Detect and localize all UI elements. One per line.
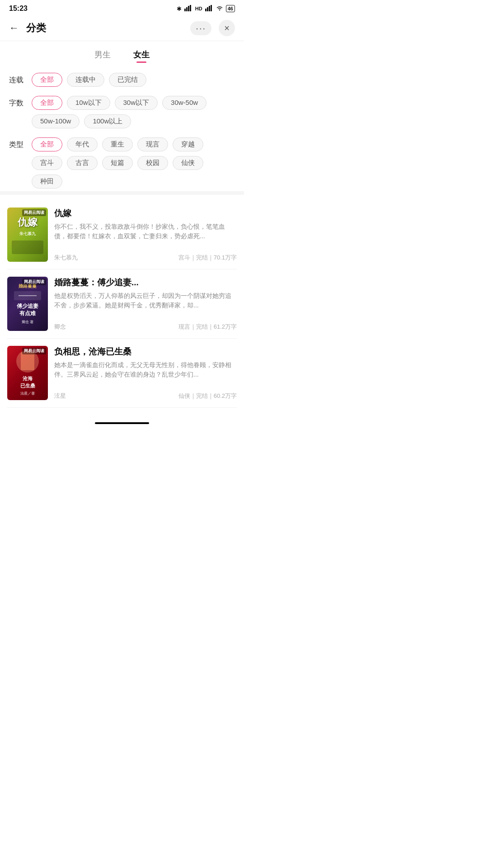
type-xiaoyuan[interactable]: 校园	[137, 156, 168, 170]
book-info: 婚路蔓蔓：傅少追妻... 他是权势滔天，万人仰慕的风云巨子，却因为一个阴谋对她穷…	[54, 277, 237, 331]
page-title: 分类	[26, 21, 190, 35]
type-zhongtian[interactable]: 种田	[32, 175, 62, 189]
svg-rect-0	[184, 9, 186, 11]
gender-tabs: 男生 女生	[0, 41, 244, 66]
svg-rect-3	[190, 5, 191, 11]
type-xiandai[interactable]: 现言	[137, 137, 168, 151]
back-button[interactable]: ←	[9, 22, 19, 34]
status-bar: 15:23 ✱ HD 46	[0, 0, 244, 15]
wordcount-under10w[interactable]: 10w以下	[67, 96, 110, 110]
cover-badge: 网易云阅读	[22, 348, 46, 354]
book-tags: 仙侠｜完结｜60.2万字	[178, 392, 237, 400]
book-author: 卿念	[54, 323, 66, 331]
wordcount-50w100w[interactable]: 50w-100w	[32, 114, 80, 128]
serial-label: 连载	[9, 75, 25, 85]
book-title: 仇嫁	[54, 208, 237, 219]
cover-badge: 网易云阅读	[22, 278, 46, 285]
type-all[interactable]: 全部	[32, 137, 62, 151]
tab-male[interactable]: 男生	[94, 49, 111, 63]
wordcount-over100w[interactable]: 100w以上	[84, 114, 131, 128]
wordcount-30w50w[interactable]: 30w-50w	[162, 96, 206, 110]
wordcount-all[interactable]: 全部	[32, 96, 62, 110]
book-title: 婚路蔓蔓：傅少追妻...	[54, 277, 237, 288]
close-button[interactable]: ×	[219, 20, 235, 36]
type-niandai[interactable]: 年代	[67, 137, 98, 151]
svg-rect-2	[188, 6, 189, 11]
serial-filter-row: 连载 全部 连载中 已完结	[9, 66, 235, 90]
more-button[interactable]: ···	[190, 21, 211, 35]
book-item[interactable]: 网易云阅读 婚路蔓蔓 傅少追妻有点难 卿念 著 婚路蔓蔓：傅少追妻... 他是权…	[7, 269, 237, 339]
type-gongdou[interactable]: 宫斗	[32, 156, 62, 170]
header: ← 分类 ··· ×	[0, 15, 244, 41]
svg-point-8	[219, 9, 220, 10]
book-cover: 网易云阅读 沧海已生桑 法星／著	[7, 346, 48, 400]
book-tags: 宫斗｜完结｜70.1万字	[178, 254, 237, 262]
wordcount-under30w[interactable]: 30w以下	[115, 96, 158, 110]
svg-rect-6	[209, 6, 210, 11]
wifi-icon	[216, 5, 223, 12]
book-meta: 朱七慕九 宫斗｜完结｜70.1万字	[54, 254, 237, 262]
serial-ongoing[interactable]: 连载中	[67, 73, 104, 87]
status-time: 15:23	[9, 5, 28, 13]
type-duanpian[interactable]: 短篇	[102, 156, 133, 170]
battery-icon: 46	[226, 5, 235, 12]
type-label: 类型	[9, 140, 25, 150]
book-author: 朱七慕九	[54, 254, 78, 262]
status-icons: ✱ HD 46	[177, 5, 235, 13]
filter-section: 连载 全部 连载中 已完结 字数 全部 10w以下 30w以下 30w-50w …	[0, 66, 244, 191]
hd-icon: HD	[195, 6, 202, 11]
book-author: 泫星	[54, 392, 66, 400]
book-meta: 卿念 现言｜完结｜61.2万字	[54, 323, 237, 331]
svg-rect-7	[211, 5, 212, 11]
book-cover: 网易云阅读 仇嫁 朱七慕九	[7, 208, 48, 262]
bluetooth-icon: ✱	[177, 5, 182, 12]
svg-rect-5	[207, 7, 208, 11]
book-meta: 泫星 仙侠｜完结｜60.2万字	[54, 392, 237, 400]
type-chuanyue[interactable]: 穿越	[173, 137, 203, 151]
book-cover-image: 网易云阅读 沧海已生桑 法星／著	[7, 346, 48, 400]
book-description: 你不仁，我不义，投靠政敌斗倒你！抄家仇，负心恨，笔笔血债，都要偿！红嫁衣，血双鬟…	[54, 222, 237, 250]
serial-completed[interactable]: 已完结	[109, 73, 146, 87]
wordcount-label: 字数	[9, 99, 25, 108]
type-filter-row: 类型 全部 年代 重生 现言 穿越 宫斗 古言 短篇 校园 仙侠 种田	[9, 131, 235, 191]
cover-badge: 网易云阅读	[22, 209, 46, 216]
home-indicator	[95, 422, 149, 424]
wordcount-filter-row: 字数 全部 10w以下 30w以下 30w-50w 50w-100w 100w以…	[9, 90, 235, 131]
book-title: 负相思，沧海已生桑	[54, 346, 237, 358]
type-xianxia[interactable]: 仙侠	[173, 156, 203, 170]
svg-rect-1	[186, 7, 188, 11]
book-item[interactable]: 网易云阅读 仇嫁 朱七慕九 仇嫁 你不仁，我不义，投靠政敌斗倒你！抄家仇，负心恨…	[7, 200, 237, 269]
divider	[0, 191, 244, 195]
serial-tags: 全部 连载中 已完结	[32, 73, 235, 87]
book-cover-image: 网易云阅读 婚路蔓蔓 傅少追妻有点难 卿念 著	[7, 277, 48, 331]
signal2-icon	[205, 5, 213, 13]
signal-icon	[184, 5, 192, 13]
type-guyan[interactable]: 古言	[67, 156, 98, 170]
serial-all[interactable]: 全部	[32, 73, 62, 87]
book-tags: 现言｜完结｜61.2万字	[178, 323, 237, 331]
book-description: 他是权势滔天，万人仰慕的风云巨子，却因为一个阴谋对她穷追不舍，步步紧逼。她是财阀…	[54, 291, 237, 319]
type-chongsheng[interactable]: 重生	[102, 137, 133, 151]
svg-rect-4	[205, 9, 206, 11]
book-cover-image: 网易云阅读 仇嫁 朱七慕九	[7, 208, 48, 262]
book-list: 网易云阅读 仇嫁 朱七慕九 仇嫁 你不仁，我不义，投靠政敌斗倒你！抄家仇，负心恨…	[0, 195, 244, 413]
tab-female[interactable]: 女生	[133, 49, 150, 63]
book-cover: 网易云阅读 婚路蔓蔓 傅少追妻有点难 卿念 著	[7, 277, 48, 331]
book-info: 仇嫁 你不仁，我不义，投靠政敌斗倒你！抄家仇，负心恨，笔笔血债，都要偿！红嫁衣，…	[54, 208, 237, 262]
book-item[interactable]: 网易云阅读 沧海已生桑 法星／著 负相思，沧海已生桑 她本是一滴雀血衍化而成，无…	[7, 339, 237, 408]
book-description: 她本是一滴雀血衍化而成，无父无母无性别，得他眷顾，安静相伴。三界风云起，她会守在…	[54, 360, 237, 388]
type-tags: 全部 年代 重生 现言 穿越 宫斗 古言 短篇 校园 仙侠 种田	[32, 137, 235, 189]
book-info: 负相思，沧海已生桑 她本是一滴雀血衍化而成，无父无母无性别，得他眷顾，安静相伴。…	[54, 346, 237, 400]
wordcount-tags: 全部 10w以下 30w以下 30w-50w 50w-100w 100w以上	[32, 96, 235, 128]
